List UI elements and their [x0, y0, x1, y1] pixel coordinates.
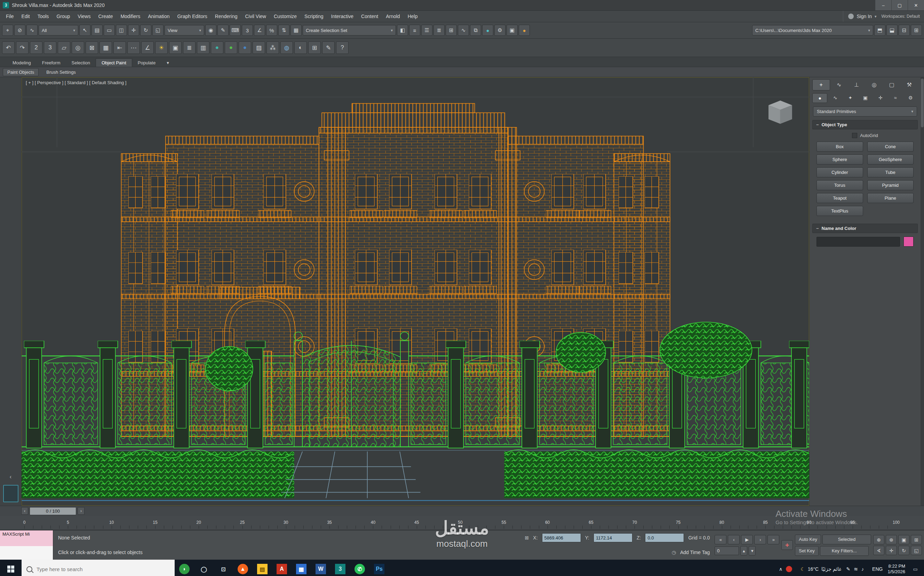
timeline-frame-70[interactable]: 70 [633, 520, 637, 525]
timeline-frame-45[interactable]: 45 [414, 520, 419, 525]
y-coordinate-input[interactable] [594, 533, 633, 542]
toggle-layer-explorer-icon[interactable]: ≣ [434, 25, 445, 36]
minimize-button[interactable]: – [875, 0, 891, 10]
ribbon-tab[interactable]: Populate [132, 59, 161, 67]
timeline-frame-85[interactable]: 85 [763, 520, 767, 525]
z-coordinate-input[interactable] [645, 533, 684, 542]
primitive-button[interactable]: Cylinder [817, 167, 863, 178]
array-icon[interactable]: ▦ [99, 42, 112, 54]
undock-toolbar-icon[interactable]: ⊟ [898, 25, 910, 36]
menu-item[interactable]: Interactive [327, 11, 358, 22]
taskbar-clock[interactable]: 8:22 PM 1/5/2026 [887, 563, 905, 575]
viewport-scene[interactable] [22, 77, 809, 506]
primitive-button[interactable]: GeoSphere [867, 154, 914, 165]
task-view-icon[interactable]: ⊡ [214, 560, 233, 576]
menu-item[interactable]: Group [53, 11, 74, 22]
start-button[interactable] [0, 560, 22, 576]
menu-item[interactable]: File [2, 11, 18, 22]
angle-snap-icon[interactable]: ∠ [254, 25, 265, 36]
object-name-input[interactable] [817, 237, 900, 246]
menu-item[interactable]: Customize [270, 11, 301, 22]
zoom-all-icon[interactable]: ⊛ [886, 535, 897, 544]
material-sample-green-icon[interactable]: ● [225, 42, 237, 54]
menu-item[interactable]: Create [94, 11, 117, 22]
primitive-button[interactable]: Cone [867, 142, 914, 152]
timeline-frame-55[interactable]: 55 [502, 520, 506, 525]
selection-set-key-dropdown[interactable]: Selected [822, 534, 871, 544]
light-icon[interactable]: ☀ [155, 42, 168, 54]
script-editor-icon[interactable]: ✎ [322, 42, 335, 54]
ribbon-tab[interactable]: Freeform [37, 59, 66, 67]
menu-item[interactable]: Rendering [211, 11, 242, 22]
primitive-button[interactable]: Torus [817, 180, 863, 190]
calculator-icon[interactable]: ▦ [291, 560, 311, 576]
photoshop-icon[interactable]: Ps [370, 560, 389, 576]
primitive-button[interactable]: Pyramid [867, 180, 914, 190]
batch-render-icon[interactable]: ⊞ [308, 42, 321, 54]
timeline-frame-35[interactable]: 35 [327, 520, 331, 525]
select-and-move-icon[interactable]: ✛ [128, 25, 139, 36]
helpers-subtab-icon[interactable]: ✛ [873, 93, 887, 102]
set-key-button[interactable]: Set Key [795, 546, 818, 556]
prev-arrangement-icon[interactable]: ⬒ [874, 25, 886, 36]
zoom-extents-icon[interactable]: ▣ [898, 535, 910, 544]
whatsapp-icon[interactable]: ✆ [350, 560, 370, 576]
timeline-frame-10[interactable]: 10 [109, 520, 114, 525]
material-sample-blue-icon[interactable]: ● [239, 42, 251, 54]
motion-tab-icon[interactable]: ◎ [866, 79, 883, 90]
redo-icon[interactable]: ↷ [16, 42, 29, 54]
toggle-scene-explorer-icon[interactable]: ☰ [421, 25, 432, 36]
select-and-link-icon[interactable]: ⌖ [2, 25, 13, 36]
select-by-name-icon[interactable]: ▤ [91, 25, 102, 36]
network-icon[interactable]: ≋ [854, 566, 858, 572]
timeline-frame-15[interactable]: 15 [153, 520, 157, 525]
next-frame-icon[interactable]: › [754, 535, 766, 544]
snap-3d-icon[interactable]: 3 [44, 42, 56, 54]
select-object-icon[interactable]: ↖ [79, 25, 90, 36]
timeline-frame-0[interactable]: 0 [23, 520, 26, 525]
ribbon-config-icon[interactable]: ▾ [161, 59, 175, 67]
material-sample-teal-icon[interactable]: ● [211, 42, 223, 54]
current-frame-spinner[interactable] [714, 546, 739, 555]
spacing-tool-icon[interactable]: ⋯ [127, 42, 140, 54]
window-crossing-icon[interactable]: ◫ [116, 25, 127, 36]
render-production-icon[interactable]: ● [519, 25, 530, 36]
next-arrangement-icon[interactable]: ⬓ [886, 25, 898, 36]
snaps-toggle-icon[interactable]: 3 [242, 25, 253, 36]
undo-icon[interactable]: ↶ [2, 42, 14, 54]
ribbon-panel-button[interactable]: Brush Settings [42, 69, 80, 76]
schematic-view-icon[interactable]: ⧉ [470, 25, 481, 36]
3dsmax-icon[interactable]: 3 [330, 560, 350, 576]
maxscript-mini-listener[interactable]: MAXScript Mi [0, 530, 53, 560]
percent-snap-icon[interactable]: % [266, 25, 277, 36]
systems-subtab-icon[interactable]: ⚙ [903, 93, 918, 102]
viewport-layout-thumbnail[interactable] [3, 485, 18, 502]
dock-toolbar-icon[interactable]: ⊞ [911, 25, 922, 36]
scene-states-icon[interactable]: ▥ [197, 42, 210, 54]
layout-tabs-chevron-icon[interactable]: ‹ [10, 474, 11, 480]
bind-to-space-warp-icon[interactable]: ∿ [26, 25, 38, 36]
brave-icon[interactable]: ▲ [233, 560, 253, 576]
pen-icon[interactable]: ✎ [846, 566, 850, 572]
cortana-icon[interactable]: ◯ [194, 560, 214, 576]
shapes-subtab-icon[interactable]: ∿ [828, 93, 842, 102]
x-coordinate-input[interactable] [542, 533, 581, 542]
play-icon[interactable]: ▶ [741, 535, 753, 544]
quick-align-icon[interactable]: ⇤ [114, 42, 126, 54]
exposure-icon[interactable]: ◐ [294, 42, 307, 54]
polygon-modeling-icon[interactable]: ▱ [58, 42, 70, 54]
reference-coordinate-dropdown[interactable]: View [165, 25, 204, 35]
menu-item[interactable]: Modifiers [117, 11, 144, 22]
view-cube[interactable] [769, 101, 792, 124]
maxscript-input-line[interactable] [0, 546, 53, 560]
timeline-frame-25[interactable]: 25 [240, 520, 245, 525]
set-keys-button[interactable]: ✚ [781, 540, 793, 550]
display-tab-icon[interactable]: ▢ [883, 79, 900, 90]
file-explorer-icon[interactable]: ▤ [253, 560, 272, 576]
primitive-button[interactable]: Teapot [817, 193, 863, 203]
time-slider-handle[interactable]: 0 / 100 [30, 507, 76, 515]
uv-editor-icon[interactable]: ▨ [253, 42, 265, 54]
language-indicator[interactable]: ENG [872, 566, 882, 572]
align-icon[interactable]: ≡ [409, 25, 420, 36]
snap-2d-icon[interactable]: 2 [30, 42, 42, 54]
